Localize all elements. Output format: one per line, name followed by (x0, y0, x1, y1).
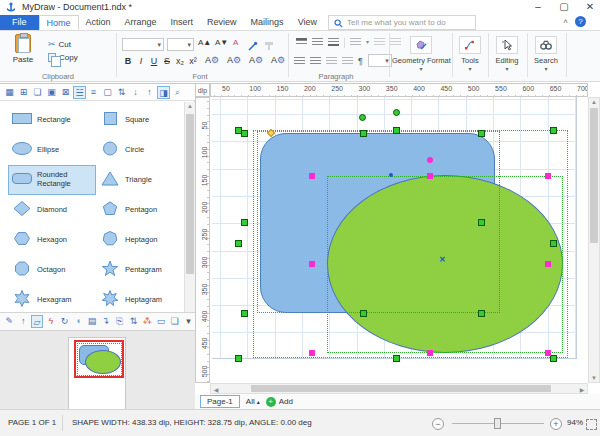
shape-item-hexagram[interactable]: Hexagram (8, 285, 96, 315)
scrollbar-thumb[interactable] (590, 108, 598, 243)
font-format-x[interactable]: x² (187, 56, 199, 66)
all-pages-dropdown[interactable]: All ▴ (246, 397, 260, 406)
shape-item-pentagram[interactable]: Pentagram (96, 255, 184, 285)
scrollbar-thumb[interactable] (186, 114, 194, 274)
eyedropper-icon[interactable] (248, 37, 258, 55)
green-selection-handle[interactable] (241, 219, 248, 226)
shape-fill-settings-button[interactable]: A⚙ (271, 55, 285, 65)
tab-view[interactable]: View (291, 15, 324, 30)
font-format-x[interactable]: x₂ (174, 56, 186, 66)
collapse-ribbon-icon[interactable]: ˄ (563, 17, 568, 26)
shape-item-pentagon[interactable]: Pentagon (96, 195, 184, 225)
tab-home[interactable]: Home (39, 15, 79, 30)
shape-item-triangle[interactable]: Triangle (96, 165, 184, 195)
canvas-vertical-scrollbar[interactable]: ▲ ▼ (588, 97, 600, 383)
pan-zoom-preview[interactable] (0, 331, 195, 421)
magenta-rotation-handle[interactable] (427, 157, 433, 163)
tab-review[interactable]: Review (200, 15, 244, 30)
close-button[interactable]: ✕ (579, 0, 600, 14)
scroll-right-icon[interactable]: ▶ (579, 386, 585, 393)
sort-descending-icon[interactable]: ↑ (143, 86, 156, 99)
shape-item-octagon[interactable]: Octagon (8, 255, 96, 285)
decrease-indent-icon[interactable] (374, 38, 385, 46)
align-middle-icon[interactable] (312, 38, 323, 46)
font-format-i[interactable]: I (135, 56, 147, 66)
font-color-settings-button[interactable]: A⚙ (205, 55, 219, 65)
copy-button[interactable]: Copy (48, 53, 78, 62)
grow-font-button[interactable]: A▲ (198, 38, 211, 47)
magenta-selection-handle[interactable] (309, 173, 315, 179)
quick-action-lightning-icon[interactable]: ϟ (44, 315, 57, 328)
check-library-icon[interactable]: ▣ (45, 86, 58, 99)
green-selection-handle[interactable] (550, 240, 557, 247)
magenta-selection-handle[interactable] (545, 350, 551, 356)
canvas-horizontal-scrollbar[interactable]: ◀ ▶ (210, 383, 588, 394)
search-shapes-icon[interactable]: ⌕ (171, 86, 184, 99)
green-selection-handle[interactable] (478, 130, 485, 137)
fit-page-icon[interactable] (586, 419, 597, 430)
save-library-icon[interactable]: ▦ (3, 86, 16, 99)
shapes-tool-icon[interactable]: ▱ (31, 315, 44, 328)
side-panel-icon[interactable]: ◨ (157, 86, 170, 99)
green-selection-handle[interactable] (550, 127, 557, 134)
align-center-icon[interactable] (310, 57, 321, 65)
sort-ascending-icon[interactable]: ↓ (129, 86, 142, 99)
shape-item-square[interactable]: Square (96, 105, 184, 135)
align-left-icon[interactable] (294, 57, 305, 65)
delete-shape-icon[interactable]: ⊠ (59, 86, 72, 99)
move-arrow-icon[interactable]: ↑ (17, 315, 30, 328)
green-selection-handle[interactable] (478, 310, 485, 317)
green-rotation-handle[interactable] (359, 114, 366, 121)
preview-viewport-rect[interactable] (74, 340, 124, 378)
page-export-icon[interactable]: ⎘ (113, 315, 126, 328)
magenta-selection-handle[interactable] (309, 350, 315, 356)
green-selection-handle[interactable] (393, 355, 400, 362)
green-selection-handle[interactable] (360, 130, 367, 137)
new-shape-icon[interactable]: ⊞ (17, 86, 30, 99)
magenta-selection-handle[interactable] (427, 350, 433, 356)
magenta-selection-handle[interactable] (545, 261, 551, 267)
geometry-format-button[interactable]: Geometry Format ▾ (392, 36, 450, 72)
align-justify-icon[interactable] (342, 57, 353, 65)
shape-item-rounded-rectangle[interactable]: Rounded Rectangle (8, 165, 96, 195)
help-icon[interactable]: ? (575, 16, 586, 27)
page-tab-page1[interactable]: Page-1 (200, 395, 240, 408)
org-chart-icon[interactable]: ⁂ (141, 315, 154, 328)
documents-icon[interactable]: ❏ (168, 315, 181, 328)
minimize-button[interactable]: – (527, 0, 549, 14)
highlight-settings-button[interactable]: A⚙ (249, 55, 263, 65)
green-selection-handle[interactable] (478, 219, 485, 226)
search-button[interactable]: Search ▾ (529, 36, 563, 72)
align-top-icon[interactable] (296, 38, 307, 46)
shape-item-heptagon[interactable]: Heptagon (96, 225, 184, 255)
vertical-align-buttons[interactable]: ▾ (296, 38, 401, 48)
detail-view-icon[interactable]: ≡ (87, 86, 100, 99)
refresh-loop-icon[interactable]: ↻ (58, 315, 71, 328)
shrink-font-button[interactable]: A▼ (215, 38, 228, 47)
id-badge-icon[interactable]: ▭ (155, 315, 168, 328)
pilcrow-button[interactable]: ¶ (358, 56, 363, 66)
font-size-combo[interactable]: ▾ (167, 38, 194, 51)
shape-item-heptagram[interactable]: Heptagram (96, 285, 184, 315)
maximize-button[interactable]: ▢ (553, 0, 575, 14)
tab-insert[interactable]: Insert (164, 15, 201, 30)
magenta-selection-handle[interactable] (427, 173, 433, 179)
scrollbar-thumb[interactable] (251, 385, 551, 392)
scroll-up-icon[interactable]: ▲ (589, 99, 599, 105)
tab-action[interactable]: Action (79, 15, 118, 30)
drawing-page[interactable]: ✕ (210, 97, 588, 383)
paste-button[interactable]: Paste (6, 34, 40, 72)
scroll-down-icon[interactable]: ▼ (589, 375, 599, 381)
editing-button[interactable]: Editing ▾ (490, 36, 524, 72)
add-page-button[interactable]: + Add (266, 397, 293, 407)
green-selection-handle[interactable] (360, 310, 367, 317)
shape-item-diamond[interactable]: Diamond (8, 195, 96, 225)
green-selection-handle[interactable] (235, 240, 242, 247)
align-bottom-icon[interactable] (328, 38, 339, 46)
tab-arrange[interactable]: Arrange (118, 15, 164, 30)
zoom-out-button[interactable]: − (432, 418, 444, 430)
align-right-icon[interactable] (326, 57, 337, 65)
cut-button[interactable]: ✂ Cut (48, 39, 71, 49)
text-fill-settings-button[interactable]: A⚙ (227, 55, 241, 65)
shape-item-ellipse[interactable]: Ellipse (8, 135, 96, 165)
